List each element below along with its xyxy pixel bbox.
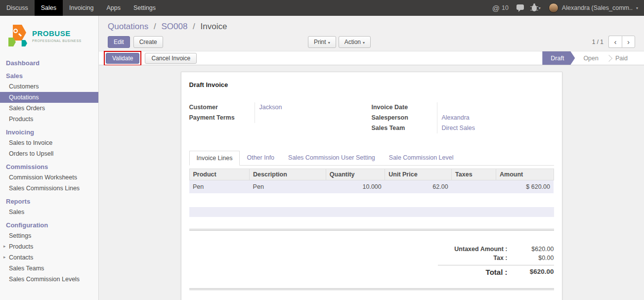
invoice-lines-table: Product Description Quantity Unit Price … (189, 169, 554, 193)
edit-button[interactable]: Edit (108, 36, 130, 48)
logo-hexagons-icon (6, 24, 29, 48)
breadcrumb-current: Invoice (201, 22, 227, 31)
empty-row-spacer (189, 217, 554, 229)
tax-label: Tax : (438, 255, 515, 261)
sidebar-heading-configuration[interactable]: Configuration (0, 220, 98, 230)
sidebar-heading-invoicing[interactable]: Invoicing (0, 127, 98, 137)
sidebar-heading-commissions[interactable]: Commissions (0, 162, 98, 172)
menu-settings[interactable]: Settings (127, 0, 162, 16)
sidebar-item-quotations[interactable]: Quotations (0, 92, 98, 103)
breadcrumb: Quotations / SO008 / Invoice (108, 22, 227, 32)
sidebar-item-sales-teams[interactable]: Sales Teams (0, 263, 98, 274)
invoice-date-value (437, 102, 537, 113)
pager-next-button[interactable]: › (622, 36, 635, 48)
sidebar-item-sales-commission-levels[interactable]: Sales Commission Levels (0, 274, 98, 285)
sidebar-item-reports-sales[interactable]: Sales (0, 207, 98, 217)
sidebar-heading-sales[interactable]: Sales (0, 71, 98, 81)
table-header-row: Product Description Quantity Unit Price … (189, 169, 554, 180)
tab-sale-commission-level[interactable]: Sale Commission Level (382, 151, 461, 166)
sidebar-item-config-contacts[interactable]: ▸ Contacts (0, 252, 98, 263)
validate-button[interactable]: Validate (106, 53, 139, 64)
customer-value-link[interactable]: Jackson (255, 102, 355, 113)
create-button[interactable]: Create (133, 36, 163, 48)
menu-sales[interactable]: Sales (35, 0, 63, 16)
sidebar: PROBUSE PROFESSIONAL BUSINESS Dashboard … (0, 16, 99, 300)
tab-sales-commission-user-setting[interactable]: Sales Commission User Setting (281, 151, 382, 166)
app-menus: Discuss Sales Invoicing Apps Settings (0, 0, 162, 16)
status-open[interactable]: Open (575, 51, 607, 65)
debug-menu-button[interactable]: ▾ (532, 5, 541, 11)
salesperson-value-link[interactable]: Alexandra (437, 113, 537, 123)
statusbar: Validate Cancel Invoice Draft Open Paid (99, 51, 644, 65)
cell-description: Pen (250, 180, 326, 194)
sheet-title: Draft Invoice (189, 81, 554, 88)
chat-icon (516, 4, 524, 10)
menu-discuss[interactable]: Discuss (0, 0, 35, 16)
avatar (549, 3, 558, 13)
status-draft[interactable]: Draft (542, 51, 575, 65)
empty-row-spacer (189, 193, 554, 207)
pager-previous-button[interactable]: ‹ (608, 36, 622, 48)
action-dropdown-button[interactable]: Action▾ (339, 36, 371, 48)
column-taxes[interactable]: Taxes (452, 169, 496, 180)
messages-button[interactable] (516, 4, 524, 11)
chevron-right-icon: ▸ (3, 255, 6, 259)
chevron-down-icon: ▾ (328, 41, 330, 45)
column-product[interactable]: Product (189, 169, 250, 180)
totals-block: Untaxed Amount : $620.00 Tax : $0.00 Tot… (189, 245, 554, 277)
print-dropdown-button[interactable]: Print▾ (308, 36, 336, 48)
total-value: $620.00 (515, 268, 554, 276)
validate-annotation-box: Validate (104, 51, 141, 66)
sidebar-item-sales-to-invoice[interactable]: Sales to Invoice (0, 137, 98, 148)
cell-unit-price: 62.00 (385, 180, 452, 194)
logo-subtitle: PROFESSIONAL BUSINESS (32, 39, 82, 43)
menu-apps[interactable]: Apps (100, 0, 127, 16)
field-group-right: Invoice Date Salesperson Alexandra Sales… (372, 102, 554, 133)
sidebar-item-customers[interactable]: Customers (0, 81, 98, 92)
sidebar-item-commission-worksheets[interactable]: Commission Worksheets (0, 172, 98, 183)
form-view-background: Draft Invoice Customer Jackson Payment T… (99, 65, 644, 300)
cell-product: Pen (189, 180, 250, 194)
table-row[interactable]: Pen Pen 10.000 62.00 $ 620.00 (189, 180, 554, 194)
cancel-invoice-button[interactable]: Cancel Invoice (145, 53, 197, 64)
empty-stripe-row (189, 207, 554, 217)
cell-amount: $ 620.00 (496, 180, 554, 194)
untaxed-amount-value: $620.00 (515, 246, 554, 253)
user-menu[interactable]: Alexandra (Sales_comm.. ▾ (549, 3, 638, 13)
print-label: Print (314, 39, 326, 45)
invoice-date-label: Invoice Date (372, 102, 437, 113)
sidebar-item-sales-commissions-lines[interactable]: Sales Commissions Lines (0, 183, 98, 194)
column-description[interactable]: Description (250, 169, 326, 180)
sidebar-item-settings[interactable]: Settings (0, 230, 98, 241)
tab-other-info[interactable]: Other Info (240, 151, 281, 166)
cell-quantity: 10.000 (326, 180, 385, 194)
sidebar-heading-reports[interactable]: Reports (0, 196, 98, 207)
chevron-down-icon: ▾ (636, 6, 638, 10)
separator-line (189, 229, 554, 231)
sidebar-item-products[interactable]: Products (0, 114, 98, 125)
breadcrumb-so008[interactable]: SO008 (161, 22, 187, 31)
column-unit-price[interactable]: Unit Price (385, 169, 452, 180)
tax-value: $0.00 (515, 255, 554, 261)
status-pipeline: Draft Open Paid (542, 51, 636, 65)
sidebar-item-orders-to-upsell[interactable]: Orders to Upsell (0, 148, 98, 159)
activities-button[interactable]: @ 10 (492, 4, 509, 12)
payment-terms-value (255, 113, 355, 123)
sidebar-item-sales-orders[interactable]: Sales Orders (0, 103, 98, 114)
breadcrumb-separator: / (193, 22, 195, 31)
untaxed-amount-label: Untaxed Amount : (438, 246, 515, 253)
menu-invoicing[interactable]: Invoicing (63, 0, 100, 16)
sidebar-item-config-products[interactable]: ▸ Products (0, 241, 98, 252)
sales-team-value-link[interactable]: Direct Sales (437, 123, 537, 133)
at-icon: @ (492, 4, 500, 12)
sales-team-label: Sales Team (372, 123, 437, 133)
sidebar-heading-dashboard[interactable]: Dashboard (0, 58, 98, 68)
breadcrumb-quotations[interactable]: Quotations (108, 22, 148, 31)
action-label: Action (344, 39, 361, 45)
pager-value: 1 / 1 (592, 39, 603, 45)
logo-title: PROBUSE (32, 30, 82, 38)
column-quantity[interactable]: Quantity (326, 169, 385, 180)
tab-invoice-lines[interactable]: Invoice Lines (189, 151, 240, 166)
column-amount[interactable]: Amount (496, 169, 554, 180)
status-paid[interactable]: Paid (607, 51, 636, 65)
